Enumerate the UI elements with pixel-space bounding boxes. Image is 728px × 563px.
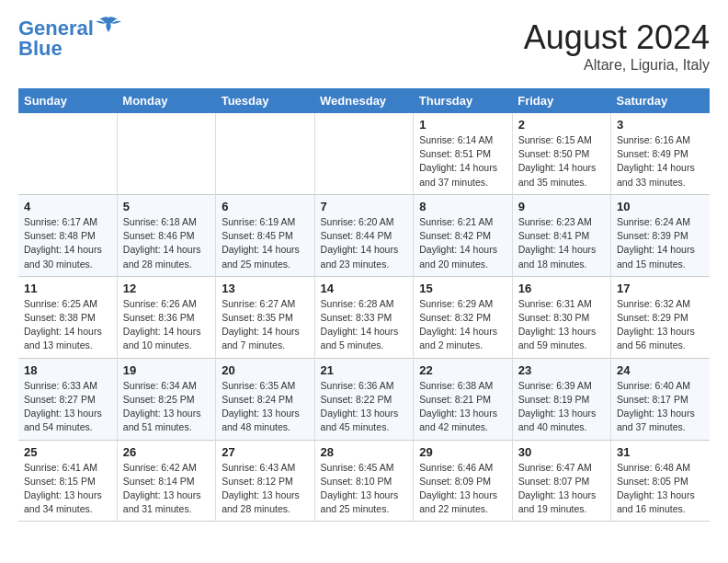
weekday-header-monday: Monday xyxy=(117,88,215,113)
day-number: 11 xyxy=(24,282,111,295)
day-info: Sunrise: 6:24 AM Sunset: 8:39 PM Dayligh… xyxy=(617,215,704,271)
day-number: 10 xyxy=(617,200,704,213)
day-info: Sunrise: 6:35 AM Sunset: 8:24 PM Dayligh… xyxy=(222,379,308,435)
day-number: 25 xyxy=(24,445,111,459)
day-number: 1 xyxy=(419,118,506,132)
calendar-cell: 12Sunrise: 6:26 AM Sunset: 8:36 PM Dayli… xyxy=(117,276,215,358)
day-number: 3 xyxy=(617,118,704,132)
calendar-cell: 15Sunrise: 6:29 AM Sunset: 8:32 PM Dayli… xyxy=(414,276,512,358)
day-info: Sunrise: 6:43 AM Sunset: 8:12 PM Dayligh… xyxy=(222,461,308,517)
day-info: Sunrise: 6:47 AM Sunset: 8:07 PM Dayligh… xyxy=(518,461,605,517)
day-number: 21 xyxy=(321,363,408,377)
location-subtitle: Altare, Liguria, Italy xyxy=(524,57,710,74)
weekday-header-row: SundayMondayTuesdayWednesdayThursdayFrid… xyxy=(18,88,710,113)
day-number: 16 xyxy=(518,282,605,295)
weekday-header-sunday: Sunday xyxy=(18,88,117,113)
weekday-header-thursday: Thursday xyxy=(414,88,512,113)
calendar-cell: 23Sunrise: 6:39 AM Sunset: 8:19 PM Dayli… xyxy=(512,358,610,440)
day-number: 7 xyxy=(321,200,408,213)
calendar-cell: 31Sunrise: 6:48 AM Sunset: 8:05 PM Dayli… xyxy=(611,440,711,522)
calendar-cell: 28Sunrise: 6:45 AM Sunset: 8:10 PM Dayli… xyxy=(314,440,414,522)
calendar-cell: 26Sunrise: 6:42 AM Sunset: 8:14 PM Dayli… xyxy=(117,440,215,522)
calendar-cell: 1Sunrise: 6:14 AM Sunset: 8:51 PM Daylig… xyxy=(414,113,512,194)
day-info: Sunrise: 6:34 AM Sunset: 8:25 PM Dayligh… xyxy=(123,379,210,435)
calendar-week-2: 4Sunrise: 6:17 AM Sunset: 8:48 PM Daylig… xyxy=(18,194,710,276)
day-number: 4 xyxy=(24,200,111,213)
calendar-cell: 21Sunrise: 6:36 AM Sunset: 8:22 PM Dayli… xyxy=(314,358,414,440)
calendar-cell: 11Sunrise: 6:25 AM Sunset: 8:38 PM Dayli… xyxy=(18,276,117,358)
day-info: Sunrise: 6:27 AM Sunset: 8:35 PM Dayligh… xyxy=(222,297,308,353)
calendar-week-4: 18Sunrise: 6:33 AM Sunset: 8:27 PM Dayli… xyxy=(18,358,710,440)
calendar-cell: 18Sunrise: 6:33 AM Sunset: 8:27 PM Dayli… xyxy=(18,358,117,440)
day-info: Sunrise: 6:14 AM Sunset: 8:51 PM Dayligh… xyxy=(419,133,506,190)
calendar-cell: 14Sunrise: 6:28 AM Sunset: 8:33 PM Dayli… xyxy=(314,276,414,358)
day-number: 8 xyxy=(419,200,506,213)
day-info: Sunrise: 6:19 AM Sunset: 8:45 PM Dayligh… xyxy=(222,215,308,271)
calendar-cell: 16Sunrise: 6:31 AM Sunset: 8:30 PM Dayli… xyxy=(512,276,610,358)
day-number: 13 xyxy=(222,282,308,295)
day-number: 20 xyxy=(222,363,308,377)
logo-blue: Blue xyxy=(18,37,63,61)
day-info: Sunrise: 6:28 AM Sunset: 8:33 PM Dayligh… xyxy=(321,297,408,353)
day-number: 28 xyxy=(321,445,408,459)
calendar-table: SundayMondayTuesdayWednesdayThursdayFrid… xyxy=(18,88,710,522)
day-info: Sunrise: 6:48 AM Sunset: 8:05 PM Dayligh… xyxy=(617,461,704,517)
day-number: 6 xyxy=(222,200,308,213)
calendar-cell: 4Sunrise: 6:17 AM Sunset: 8:48 PM Daylig… xyxy=(18,194,117,276)
day-number: 18 xyxy=(24,363,111,377)
day-info: Sunrise: 6:26 AM Sunset: 8:36 PM Dayligh… xyxy=(123,297,210,353)
calendar-cell: 5Sunrise: 6:18 AM Sunset: 8:46 PM Daylig… xyxy=(117,194,215,276)
calendar-cell: 30Sunrise: 6:47 AM Sunset: 8:07 PM Dayli… xyxy=(512,440,610,522)
day-info: Sunrise: 6:29 AM Sunset: 8:32 PM Dayligh… xyxy=(419,297,506,353)
day-number: 2 xyxy=(518,118,605,132)
calendar-cell: 6Sunrise: 6:19 AM Sunset: 8:45 PM Daylig… xyxy=(216,194,314,276)
day-info: Sunrise: 6:23 AM Sunset: 8:41 PM Dayligh… xyxy=(518,215,605,271)
calendar-cell: 27Sunrise: 6:43 AM Sunset: 8:12 PM Dayli… xyxy=(216,440,314,522)
calendar-cell: 19Sunrise: 6:34 AM Sunset: 8:25 PM Dayli… xyxy=(117,358,215,440)
day-number: 12 xyxy=(123,282,210,295)
calendar-cell: 10Sunrise: 6:24 AM Sunset: 8:39 PM Dayli… xyxy=(611,194,711,276)
day-number: 9 xyxy=(518,200,605,213)
day-info: Sunrise: 6:46 AM Sunset: 8:09 PM Dayligh… xyxy=(419,461,506,517)
calendar-cell xyxy=(117,113,215,194)
day-info: Sunrise: 6:32 AM Sunset: 8:29 PM Dayligh… xyxy=(617,297,704,353)
day-number: 5 xyxy=(123,200,210,213)
day-info: Sunrise: 6:38 AM Sunset: 8:21 PM Dayligh… xyxy=(419,379,506,435)
weekday-header-friday: Friday xyxy=(512,88,610,113)
day-number: 24 xyxy=(617,363,704,377)
logo-text: General xyxy=(18,18,94,39)
calendar-cell: 25Sunrise: 6:41 AM Sunset: 8:15 PM Dayli… xyxy=(18,440,117,522)
calendar-cell: 17Sunrise: 6:32 AM Sunset: 8:29 PM Dayli… xyxy=(611,276,711,358)
calendar-cell: 7Sunrise: 6:20 AM Sunset: 8:44 PM Daylig… xyxy=(314,194,414,276)
day-number: 26 xyxy=(123,445,210,459)
day-info: Sunrise: 6:42 AM Sunset: 8:14 PM Dayligh… xyxy=(123,461,210,517)
day-info: Sunrise: 6:40 AM Sunset: 8:17 PM Dayligh… xyxy=(617,379,704,435)
calendar-cell: 13Sunrise: 6:27 AM Sunset: 8:35 PM Dayli… xyxy=(216,276,314,358)
day-number: 23 xyxy=(518,363,605,377)
day-info: Sunrise: 6:25 AM Sunset: 8:38 PM Dayligh… xyxy=(24,297,111,353)
day-info: Sunrise: 6:16 AM Sunset: 8:49 PM Dayligh… xyxy=(617,133,704,190)
day-number: 29 xyxy=(419,445,506,459)
day-number: 19 xyxy=(123,363,210,377)
calendar-cell xyxy=(216,113,314,194)
day-info: Sunrise: 6:45 AM Sunset: 8:10 PM Dayligh… xyxy=(321,461,408,517)
day-info: Sunrise: 6:39 AM Sunset: 8:19 PM Dayligh… xyxy=(518,379,605,435)
calendar-cell: 3Sunrise: 6:16 AM Sunset: 8:49 PM Daylig… xyxy=(611,113,711,194)
weekday-header-wednesday: Wednesday xyxy=(314,88,414,113)
day-number: 30 xyxy=(518,445,605,459)
day-number: 31 xyxy=(617,445,704,459)
day-info: Sunrise: 6:18 AM Sunset: 8:46 PM Dayligh… xyxy=(123,215,210,271)
calendar-cell xyxy=(18,113,117,194)
day-number: 22 xyxy=(419,363,506,377)
logo-bird-icon xyxy=(96,16,121,36)
calendar-week-3: 11Sunrise: 6:25 AM Sunset: 8:38 PM Dayli… xyxy=(18,276,710,358)
day-number: 27 xyxy=(222,445,308,459)
day-number: 15 xyxy=(419,282,506,295)
calendar-cell: 9Sunrise: 6:23 AM Sunset: 8:41 PM Daylig… xyxy=(512,194,610,276)
calendar-cell: 8Sunrise: 6:21 AM Sunset: 8:42 PM Daylig… xyxy=(414,194,512,276)
day-info: Sunrise: 6:17 AM Sunset: 8:48 PM Dayligh… xyxy=(24,215,111,271)
calendar-cell: 2Sunrise: 6:15 AM Sunset: 8:50 PM Daylig… xyxy=(512,113,610,194)
weekday-header-saturday: Saturday xyxy=(611,88,711,113)
calendar-week-1: 1Sunrise: 6:14 AM Sunset: 8:51 PM Daylig… xyxy=(18,113,710,194)
calendar-cell: 24Sunrise: 6:40 AM Sunset: 8:17 PM Dayli… xyxy=(611,358,711,440)
